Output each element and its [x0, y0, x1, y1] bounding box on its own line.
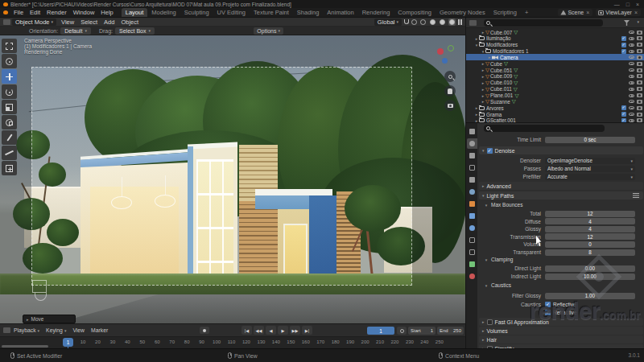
scene-unlink-button[interactable]: × — [585, 10, 590, 15]
refractive-checkbox[interactable] — [545, 310, 551, 315]
shading-rendered-button[interactable] — [448, 19, 456, 26]
outliner-row-plane-001[interactable]: ▸▽Plane.001▽ — [466, 93, 644, 99]
menu-window[interactable]: Window — [70, 9, 98, 16]
light-paths-panel-header[interactable]: ▾ Light Paths — [479, 191, 643, 200]
playhead[interactable]: 1 — [63, 338, 73, 347]
outliner-row-camera[interactable]: ▸Camera — [466, 54, 644, 60]
outliner-row-arvores[interactable]: ▸Arvores — [466, 105, 644, 111]
hide-viewport-icon[interactable] — [629, 81, 634, 84]
hide-viewport-icon[interactable] — [629, 50, 634, 53]
viewport-menu-select[interactable]: Select — [77, 19, 101, 26]
disable-render-icon[interactable] — [637, 31, 642, 35]
hide-viewport-icon[interactable] — [629, 113, 634, 116]
maximize-button[interactable]: □ — [626, 1, 630, 8]
filter-glossy-field[interactable]: 1.00 — [545, 293, 635, 299]
expand-arrow-icon[interactable]: ▸ — [487, 55, 492, 60]
disable-render-icon[interactable] — [637, 87, 642, 91]
tab-world-properties[interactable] — [467, 187, 477, 197]
tab-output-properties[interactable] — [467, 150, 477, 161]
jump-to-start-button[interactable]: |◀ — [242, 326, 252, 335]
diffuse-field[interactable]: 4 — [545, 218, 635, 224]
timeline-ruler[interactable]: 1020304050607080901001101201301401501601… — [0, 336, 465, 349]
next-keyframe-button[interactable]: ▶▶ — [290, 326, 300, 335]
snap-magnet-icon[interactable] — [404, 19, 409, 24]
frame-start-field[interactable]: Start 1 — [408, 327, 436, 335]
editor-type-icon[interactable] — [469, 20, 477, 26]
zoom-button[interactable] — [444, 71, 456, 82]
collection-checkbox[interactable] — [621, 49, 626, 54]
timeline-scrollbar[interactable] — [2, 345, 48, 348]
tab-object-properties[interactable] — [467, 199, 477, 209]
transmission-field[interactable]: 12 — [545, 233, 635, 240]
viewport-menu-view[interactable]: View — [58, 19, 77, 26]
outliner-row-cube-011[interactable]: ▸▽Cube.011▽ — [466, 86, 644, 93]
outliner-row-modificadores[interactable]: ▾Modificadores — [466, 42, 644, 48]
axis-y-handle[interactable] — [448, 45, 454, 51]
total-field[interactable]: 12 — [545, 211, 635, 217]
filter-icon[interactable] — [624, 20, 630, 26]
viewport-menu-add[interactable]: Add — [101, 19, 118, 26]
outliner-row-cube[interactable]: ▸▽Cube▽ — [466, 60, 644, 67]
outliner-row-cube-009[interactable]: ▸▽Cube.009▽ — [466, 73, 644, 80]
shading-wireframe-button[interactable] — [419, 19, 427, 26]
outliner-row-cube-010[interactable]: ▸▽Cube.010▽ — [466, 80, 644, 86]
orientation-setting-dropdown[interactable]: Default ▾ — [60, 27, 91, 35]
menu-edit[interactable]: Edit — [27, 9, 43, 16]
tool-annotate-button[interactable] — [2, 130, 17, 145]
outliner-row-grama[interactable]: ▸Grama — [466, 111, 644, 117]
disable-render-icon[interactable] — [637, 106, 642, 110]
denoise-panel-header[interactable]: ▾ Denoise — [479, 146, 643, 154]
tab-tool-properties[interactable] — [467, 126, 477, 137]
tool-measure-button[interactable] — [2, 146, 17, 160]
direct-light-field[interactable]: 0.00 — [545, 265, 635, 272]
view-layer-selector[interactable]: ViewLayer × — [596, 9, 641, 16]
caustics-subpanel-header[interactable]: ▾ Caustics — [484, 282, 642, 289]
timeline-menu-keying[interactable]: Keying▾ — [43, 327, 69, 333]
editor-type-icon[interactable] — [3, 327, 10, 333]
hide-viewport-icon[interactable] — [629, 88, 634, 91]
add-workspace-button[interactable]: + — [521, 8, 532, 17]
disable-render-icon[interactable] — [637, 118, 642, 122]
glossy-field[interactable]: 4 — [545, 226, 635, 232]
outliner-row-gscatter-001[interactable]: ▸GScatter.001 — [466, 117, 644, 123]
axis-z-handle[interactable] — [442, 58, 448, 64]
pan-button[interactable] — [444, 85, 456, 97]
operator-panel[interactable]: ▸ Move — [23, 315, 76, 323]
play-reverse-button[interactable]: ◀ — [266, 326, 276, 335]
mode-dropdown[interactable]: Object Mode ▾ — [12, 19, 56, 26]
shading-solid-button[interactable] — [429, 19, 436, 26]
hide-viewport-icon[interactable] — [629, 62, 634, 65]
orientation-dropdown[interactable]: Global ▾ — [374, 19, 402, 26]
volume-field[interactable]: 0 — [545, 241, 635, 248]
use-preview-range-button[interactable] — [397, 327, 407, 335]
tool-select-box-button[interactable] — [2, 39, 17, 53]
prefilter-dropdown[interactable]: Accurate▾ — [545, 174, 635, 180]
scene-selector[interactable]: Scene × — [558, 9, 592, 16]
minimize-button[interactable]: — — [614, 1, 620, 8]
tool-scale-button[interactable] — [2, 100, 17, 114]
passes-dropdown[interactable]: Albedo and Normal▾ — [545, 166, 635, 172]
view-layer-unlink-button[interactable]: × — [634, 10, 638, 15]
timeline-menu-playback[interactable]: Playback▾ — [10, 327, 43, 333]
tab-material-properties[interactable] — [467, 271, 477, 282]
denoiser-dropdown[interactable]: OpenImageDenoise▾ — [545, 158, 635, 164]
fast-gi-approximation-checkbox[interactable] — [487, 319, 493, 325]
disable-render-icon[interactable] — [637, 74, 642, 78]
hide-viewport-icon[interactable] — [629, 106, 634, 109]
timeline-menu-view[interactable]: View — [69, 327, 88, 333]
volumes-panel-header[interactable]: ▸Volumes — [479, 327, 643, 335]
disable-render-icon[interactable] — [637, 80, 642, 84]
camera-view-button[interactable] — [444, 100, 456, 111]
frame-end-field[interactable]: End 250 — [437, 327, 464, 335]
collection-checkbox[interactable] — [621, 105, 626, 110]
drag-setting-dropdown[interactable]: Select Box ▾ — [115, 27, 155, 35]
reflective-checkbox[interactable] — [545, 302, 551, 307]
disable-render-icon[interactable] — [637, 62, 642, 66]
tool-cursor-button[interactable] — [2, 54, 17, 68]
transparent-field[interactable]: 8 — [545, 249, 635, 256]
menu-help[interactable]: Help — [97, 9, 116, 16]
indirect-light-field[interactable]: 10.00 — [545, 274, 635, 280]
menu-render[interactable]: Render — [43, 9, 70, 16]
outliner-row-ilumina-o[interactable]: ▸Iluminação — [466, 35, 644, 42]
tab-sculpting[interactable]: Sculpting — [180, 8, 213, 17]
